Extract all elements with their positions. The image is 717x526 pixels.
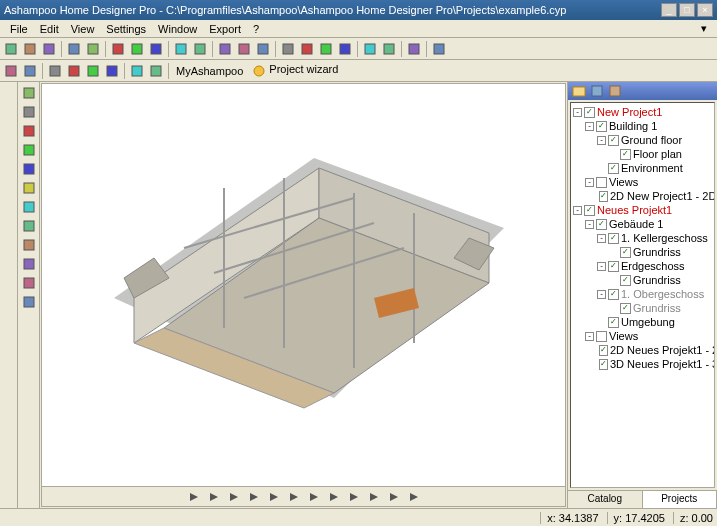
nav-prev-button[interactable]: [205, 488, 223, 506]
view4-button[interactable]: [336, 40, 354, 58]
layer2-button[interactable]: [235, 40, 253, 58]
tree-toggle-icon[interactable]: -: [597, 136, 606, 145]
tree-checkbox[interactable]: ✓: [584, 107, 595, 118]
view2-button[interactable]: [298, 40, 316, 58]
tree-label[interactable]: 1. Kellergeschoss: [621, 231, 708, 245]
tree-toggle-icon[interactable]: -: [585, 220, 594, 229]
save-button[interactable]: [40, 40, 58, 58]
tree-node[interactable]: -✓New Project1: [573, 105, 712, 119]
tree-checkbox[interactable]: ✓: [608, 135, 619, 146]
tree-checkbox[interactable]: ✓: [599, 359, 608, 370]
tree-node[interactable]: ✓Grundriss: [573, 301, 712, 315]
view3-button[interactable]: [317, 40, 335, 58]
move-icon[interactable]: [20, 103, 38, 121]
tree-label[interactable]: 1. Obergeschoss: [621, 287, 704, 301]
tree-checkbox[interactable]: ✓: [599, 191, 608, 202]
tree-checkbox[interactable]: ✓: [596, 121, 607, 132]
tree-checkbox[interactable]: [596, 177, 607, 188]
tree-toggle-icon[interactable]: -: [585, 332, 594, 341]
tree-node[interactable]: ✓2D New Project1 - 2D View: [573, 189, 712, 203]
tab-projects[interactable]: Projects: [643, 491, 718, 508]
layer3-button[interactable]: [254, 40, 272, 58]
tree-checkbox[interactable]: ✓: [608, 163, 619, 174]
nav-first-button[interactable]: [185, 488, 203, 506]
tree-toggle-icon[interactable]: -: [597, 234, 606, 243]
tool-b-button[interactable]: [65, 62, 83, 80]
menu-export[interactable]: Export: [203, 21, 247, 37]
cut-button[interactable]: [109, 40, 127, 58]
maximize-button[interactable]: □: [679, 3, 695, 17]
menu-settings[interactable]: Settings: [100, 21, 152, 37]
view1-button[interactable]: [279, 40, 297, 58]
new-button[interactable]: [2, 40, 20, 58]
tree-label[interactable]: Grundriss: [633, 273, 681, 287]
tree-node[interactable]: ✓Grundriss: [573, 273, 712, 287]
tree-label[interactable]: Ground floor: [621, 133, 682, 147]
tree-node[interactable]: -✓Building 1: [573, 119, 712, 133]
tree-checkbox[interactable]: ✓: [608, 289, 619, 300]
select-icon[interactable]: [20, 84, 38, 102]
nav-play-back-button[interactable]: [225, 488, 243, 506]
tree-checkbox[interactable]: ✓: [584, 205, 595, 216]
tree-label[interactable]: Erdgeschoss: [621, 259, 685, 273]
tree-label[interactable]: Grundriss: [633, 301, 681, 315]
viewport-3d[interactable]: [41, 83, 566, 507]
tool-c-button[interactable]: [84, 62, 102, 80]
nav-play-button[interactable]: [265, 488, 283, 506]
tree-label[interactable]: 3D Neues Projekt1 - 3D-Ansich: [610, 357, 715, 371]
tool-a-button[interactable]: [46, 62, 64, 80]
menu-edit[interactable]: Edit: [34, 21, 65, 37]
tree-checkbox[interactable]: ✓: [620, 303, 631, 314]
mode-2d-button[interactable]: [2, 62, 20, 80]
tree-checkbox[interactable]: ✓: [620, 275, 631, 286]
paste-button[interactable]: [147, 40, 165, 58]
wall-icon[interactable]: [20, 179, 38, 197]
menu-help[interactable]: ?: [247, 21, 265, 37]
myashampoo-link[interactable]: MyAshampoo: [172, 65, 247, 77]
tree-toggle-icon[interactable]: -: [597, 262, 606, 271]
menu-view[interactable]: View: [65, 21, 101, 37]
tree-node[interactable]: -Views: [573, 175, 712, 189]
nav-zoom-in-button[interactable]: [345, 488, 363, 506]
tree-checkbox[interactable]: ✓: [608, 233, 619, 244]
tree-node[interactable]: -✓1. Obergeschoss: [573, 287, 712, 301]
nav-next-button[interactable]: [285, 488, 303, 506]
tree-node[interactable]: -✓Ground floor: [573, 133, 712, 147]
door-icon[interactable]: [20, 217, 38, 235]
tree-node[interactable]: -✓1. Kellergeschoss: [573, 231, 712, 245]
tree-label[interactable]: Umgebung: [621, 315, 675, 329]
tree-toggle-icon[interactable]: -: [597, 290, 606, 299]
project-tree[interactable]: -✓New Project1-✓Building 1-✓Ground floor…: [570, 102, 715, 488]
render2-button[interactable]: [380, 40, 398, 58]
grid-button[interactable]: [172, 40, 190, 58]
nav-zoom-out-button[interactable]: [325, 488, 343, 506]
canvas-3d[interactable]: [42, 84, 565, 486]
tree-node[interactable]: ✓Floor plan: [573, 147, 712, 161]
tree-checkbox[interactable]: ✓: [608, 317, 619, 328]
nav-extra1-button[interactable]: [385, 488, 403, 506]
rotate-icon[interactable]: [20, 122, 38, 140]
menu-file[interactable]: File: [4, 21, 34, 37]
render1-button[interactable]: [361, 40, 379, 58]
furniture-icon[interactable]: [20, 293, 38, 311]
text-icon[interactable]: [20, 141, 38, 159]
tree-label[interactable]: Floor plan: [633, 147, 682, 161]
stairs-icon[interactable]: [20, 255, 38, 273]
tree-toggle-icon[interactable]: -: [573, 108, 582, 117]
undo-button[interactable]: [65, 40, 83, 58]
tree-label[interactable]: Grundriss: [633, 245, 681, 259]
window-icon[interactable]: [20, 198, 38, 216]
menu-collapse-icon[interactable]: ▾: [695, 20, 713, 37]
help-button[interactable]: [405, 40, 423, 58]
tree-node[interactable]: ✓2D Neues Projekt1 - 2D-Ansich: [573, 343, 712, 357]
close-button[interactable]: ×: [697, 3, 713, 17]
tree-checkbox[interactable]: ✓: [599, 345, 608, 356]
tab-catalog[interactable]: Catalog: [568, 491, 643, 508]
tree-node[interactable]: ✓Environment: [573, 161, 712, 175]
tree-node[interactable]: -Views: [573, 329, 712, 343]
tool-e-button[interactable]: [128, 62, 146, 80]
tool-f-button[interactable]: [147, 62, 165, 80]
tree-label[interactable]: 2D New Project1 - 2D View: [610, 189, 715, 203]
nav-stop-button[interactable]: [245, 488, 263, 506]
nav-last-button[interactable]: [305, 488, 323, 506]
